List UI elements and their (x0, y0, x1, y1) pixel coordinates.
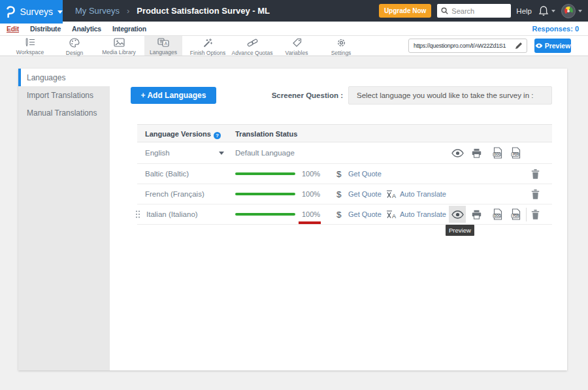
delete-language-icon[interactable] (527, 206, 544, 223)
languages-table: Language Versions? Translation Status En… (137, 124, 552, 225)
preview-language-icon[interactable] (449, 206, 466, 223)
questionpro-logo-icon (6, 5, 15, 19)
tab-edit[interactable]: Edit (7, 25, 19, 33)
media-library-icon (114, 38, 125, 47)
preview-button[interactable]: Preview (534, 39, 571, 53)
dollar-icon: $ (336, 169, 342, 179)
preview-tooltip: Preview (446, 225, 474, 236)
search-icon (441, 7, 448, 14)
breadcrumb: My Surveys › Product Satisfaction Survey… (75, 0, 270, 22)
translation-percent: 100% (302, 210, 320, 218)
auto-translate-icon: A (386, 190, 397, 199)
translation-percent: 100% (302, 170, 320, 178)
svg-text:A: A (392, 213, 396, 219)
red-annotation-mark (299, 221, 321, 224)
toolbar-tab-languages[interactable]: A Languages (144, 36, 182, 56)
print-icon[interactable] (468, 144, 485, 161)
screener-question-label: Screener Question : (237, 91, 343, 99)
export-pdf-icon[interactable]: PDF (507, 144, 524, 161)
responses-count[interactable]: Responses: 0 (532, 25, 579, 33)
dollar-icon: $ (336, 210, 342, 219)
edit-url-icon[interactable] (511, 39, 527, 52)
help-icon[interactable]: ? (214, 132, 221, 139)
table-row-french: French (Français) 100% $ Get Quote A Aut… (137, 184, 552, 204)
col-language-versions: Language Versions? (145, 130, 221, 139)
breadcrumb-separator: › (127, 6, 129, 16)
tab-integration[interactable]: Integration (112, 25, 146, 33)
get-quote-link[interactable]: Get Quote (348, 190, 382, 198)
account-menu[interactable] (561, 4, 582, 18)
language-name: Italian (Italiano) (146, 210, 198, 218)
export-pdf-icon[interactable]: PDF (507, 206, 524, 223)
toolbar-tab-settings[interactable]: Settings (322, 36, 360, 56)
svg-text:A: A (165, 41, 168, 46)
languages-content: + Add Languages Screener Question : Sele… (110, 69, 567, 370)
sidebar-item-manual-translations[interactable]: Manual Translations (18, 104, 110, 122)
svg-text:PDF: PDF (512, 153, 518, 156)
toolbar-tab-workspace[interactable]: Workspace (11, 36, 49, 56)
settings-icon (336, 38, 346, 48)
print-icon[interactable] (468, 206, 485, 223)
auto-translate-icon: A (386, 210, 397, 219)
translation-percent: 100% (302, 190, 320, 198)
finish-options-icon (203, 38, 213, 48)
toolbar-tab-finish-options[interactable]: Finish Options (189, 36, 227, 56)
workspace-icon (25, 38, 35, 47)
default-language-label: Default Language (235, 149, 295, 157)
translation-progress-bar (235, 193, 295, 195)
delete-language-icon[interactable] (527, 165, 544, 182)
variables-icon (292, 38, 302, 48)
toolbar-tab-design[interactable]: Design (56, 36, 93, 56)
table-row-english: English Default Language DOC PDF (137, 142, 552, 164)
table-row-italian: Italian (Italiano) 100% $ Get Quote A Au… (137, 204, 552, 225)
screener-question-select[interactable]: Select language you would like to take t… (348, 86, 552, 105)
get-quote-link[interactable]: Get Quote (348, 210, 382, 218)
toolbar-tab-variables[interactable]: Variables (278, 36, 316, 56)
avatar-caret-icon (578, 10, 582, 12)
survey-url-box[interactable]: https://questionpro.com/t/AW22Zd1S1 (408, 39, 527, 53)
svg-text:A: A (392, 193, 396, 199)
auto-translate-link[interactable]: Auto Translate (400, 190, 446, 198)
toolbar-tab-media-library[interactable]: Media Library (100, 36, 138, 56)
settings-sidebar: Languages Import Translations Manual Tra… (18, 69, 110, 370)
language-name: French (Français) (145, 190, 204, 198)
upgrade-now-button[interactable]: Upgrade Now (379, 4, 431, 18)
translation-progress-bar (235, 213, 295, 216)
sidebar-item-import-translations[interactable]: Import Translations (18, 86, 110, 104)
nav-row: Edit Distribute Analytics Integration Re… (0, 22, 588, 36)
breadcrumb-my-surveys[interactable]: My Surveys (75, 6, 120, 16)
svg-text:DOC: DOC (494, 153, 501, 156)
avatar (561, 4, 576, 18)
drag-handle-icon[interactable] (135, 210, 140, 219)
advance-quotas-icon (247, 38, 258, 48)
language-name: Baltic (Baltic) (145, 170, 189, 178)
app-logo-block[interactable]: Surveys (0, 0, 63, 24)
auto-translate-link[interactable]: Auto Translate (400, 210, 446, 218)
svg-text:DOC: DOC (494, 214, 501, 218)
table-header: Language Versions? Translation Status (137, 124, 552, 142)
export-doc-icon[interactable]: DOC (489, 144, 506, 161)
add-languages-button[interactable]: + Add Languages (131, 87, 216, 104)
page-title: Product Satisfaction Survey - ML (137, 6, 270, 16)
get-quote-link[interactable]: Get Quote (348, 170, 382, 178)
search-input[interactable] (451, 7, 506, 15)
preview-language-icon[interactable] (449, 144, 466, 161)
export-doc-icon[interactable]: DOC (489, 206, 506, 223)
toolbar-tab-advance-quotas[interactable]: Advance Quotas (233, 36, 271, 56)
language-dropdown-caret-icon[interactable] (219, 152, 224, 155)
language-name[interactable]: English (145, 149, 170, 157)
design-icon (69, 38, 80, 48)
tab-distribute[interactable]: Distribute (30, 25, 61, 33)
tab-analytics[interactable]: Analytics (72, 25, 101, 33)
search-box[interactable] (437, 4, 511, 18)
help-link[interactable]: Help (516, 7, 532, 15)
delete-language-icon[interactable] (527, 186, 544, 203)
languages-icon: A (157, 38, 169, 47)
product-name: Surveys (20, 7, 53, 17)
survey-url: https://questionpro.com/t/AW22Zd1S1 (409, 42, 511, 49)
col-translation-status: Translation Status (235, 130, 297, 138)
notifications-menu[interactable] (538, 5, 555, 16)
preview-eye-icon (535, 43, 543, 48)
sidebar-item-languages[interactable]: Languages (18, 69, 110, 86)
dollar-icon: $ (336, 189, 342, 199)
